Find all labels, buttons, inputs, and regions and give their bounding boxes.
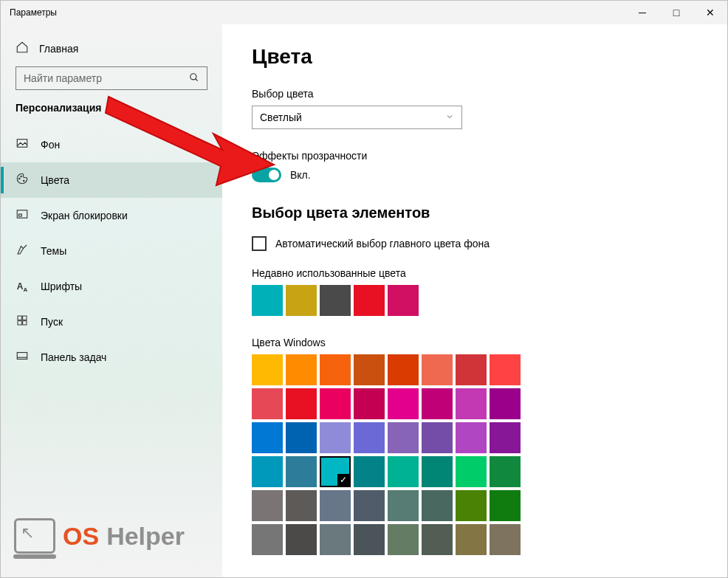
color-swatch[interactable] xyxy=(388,456,419,487)
search-icon xyxy=(189,72,199,85)
recent-color-swatch[interactable] xyxy=(354,285,385,316)
sidebar-item-background[interactable]: Фон xyxy=(1,127,222,162)
app-title: Параметры xyxy=(10,7,57,18)
auto-color-row[interactable]: Автоматический выбор главного цвета фона xyxy=(252,236,698,251)
color-swatch[interactable] xyxy=(422,524,453,555)
color-swatch[interactable] xyxy=(490,524,521,555)
color-swatch[interactable] xyxy=(456,388,487,419)
watermark-helper: Helper xyxy=(106,522,185,551)
color-swatch[interactable] xyxy=(490,490,521,521)
color-swatch[interactable] xyxy=(354,456,385,487)
color-swatch[interactable] xyxy=(320,388,351,419)
cursor-icon: ↖ xyxy=(21,523,34,543)
color-swatch[interactable] xyxy=(320,354,351,385)
color-swatch[interactable] xyxy=(252,490,283,521)
color-mode-value: Светлый xyxy=(260,111,302,123)
color-swatch[interactable] xyxy=(354,388,385,419)
svg-rect-10 xyxy=(18,321,21,325)
recent-color-swatch[interactable] xyxy=(252,285,283,316)
svg-point-4 xyxy=(21,176,22,177)
color-swatch[interactable] xyxy=(354,490,385,521)
sidebar-item-label: Экран блокировки xyxy=(41,210,128,221)
color-swatch[interactable] xyxy=(490,456,521,487)
palette-icon xyxy=(16,172,29,188)
color-swatch[interactable] xyxy=(286,422,317,453)
home-icon xyxy=(16,41,29,56)
transparency-toggle[interactable] xyxy=(252,168,281,182)
sidebar-item-start[interactable]: Пуск xyxy=(1,304,222,340)
chevron-down-icon xyxy=(445,111,454,123)
color-swatch[interactable] xyxy=(388,490,419,521)
recent-colors-label: Недавно использованные цвета xyxy=(252,267,698,279)
close-button[interactable]: ✕ xyxy=(693,1,727,24)
sidebar-item-fonts[interactable]: AA Шрифты xyxy=(1,269,222,304)
image-icon xyxy=(16,137,29,153)
fonts-icon: AA xyxy=(16,279,29,293)
color-swatch[interactable] xyxy=(252,524,283,555)
color-swatch[interactable] xyxy=(354,524,385,555)
color-swatch[interactable] xyxy=(388,354,419,385)
color-swatch[interactable] xyxy=(354,422,385,453)
svg-rect-11 xyxy=(23,321,27,325)
svg-point-3 xyxy=(19,178,21,179)
sidebar-item-themes[interactable]: Темы xyxy=(1,233,222,269)
color-swatch[interactable] xyxy=(422,388,453,419)
color-swatch[interactable] xyxy=(286,456,317,487)
taskbar-icon xyxy=(16,349,29,365)
color-swatch[interactable] xyxy=(320,422,351,453)
color-swatch[interactable] xyxy=(422,490,453,521)
sidebar-item-lockscreen[interactable]: Экран блокировки xyxy=(1,198,222,233)
color-swatch[interactable] xyxy=(388,388,419,419)
color-swatch[interactable] xyxy=(320,456,351,487)
color-swatch[interactable] xyxy=(388,422,419,453)
color-swatch[interactable] xyxy=(286,354,317,385)
color-swatch[interactable] xyxy=(252,456,283,487)
color-swatch[interactable] xyxy=(320,490,351,521)
transparency-state: Вкл. xyxy=(290,169,311,181)
content-area: Цвета Выбор цвета Светлый Эффекты прозра… xyxy=(222,24,727,577)
color-swatch[interactable] xyxy=(252,422,283,453)
color-swatch[interactable] xyxy=(456,456,487,487)
color-swatch[interactable] xyxy=(490,388,521,419)
color-swatch[interactable] xyxy=(252,388,283,419)
color-swatch[interactable] xyxy=(252,354,283,385)
color-swatch[interactable] xyxy=(286,388,317,419)
home-link[interactable]: Главная xyxy=(16,35,207,66)
color-swatch[interactable] xyxy=(320,524,351,555)
maximize-button[interactable]: □ xyxy=(659,1,693,24)
color-swatch[interactable] xyxy=(422,456,453,487)
page-title: Цвета xyxy=(252,45,698,69)
sidebar-item-colors[interactable]: Цвета xyxy=(1,162,222,198)
color-swatch[interactable] xyxy=(456,490,487,521)
svg-point-5 xyxy=(24,180,25,182)
color-swatch[interactable] xyxy=(286,490,317,521)
search-box[interactable] xyxy=(16,66,207,90)
svg-point-0 xyxy=(190,73,196,79)
recent-color-swatch[interactable] xyxy=(320,285,351,316)
svg-line-1 xyxy=(196,78,198,80)
watermark-os: OS xyxy=(63,522,99,551)
sidebar: Главная Персонализация Фон Цвета Экран б… xyxy=(1,24,222,577)
color-swatch[interactable] xyxy=(422,354,453,385)
color-swatch[interactable] xyxy=(456,354,487,385)
color-swatch[interactable] xyxy=(388,524,419,555)
search-input[interactable] xyxy=(24,72,189,84)
color-mode-select[interactable]: Светлый xyxy=(252,106,462,129)
home-label: Главная xyxy=(39,43,78,55)
color-swatch[interactable] xyxy=(422,422,453,453)
color-swatch[interactable] xyxy=(354,354,385,385)
color-swatch[interactable] xyxy=(286,524,317,555)
color-swatch[interactable] xyxy=(456,524,487,555)
color-swatch[interactable] xyxy=(490,422,521,453)
auto-color-checkbox[interactable] xyxy=(252,236,267,251)
minimize-button[interactable]: ─ xyxy=(625,1,659,24)
transparency-label: Эффекты прозрачности xyxy=(252,150,698,162)
auto-color-label: Автоматический выбор главного цвета фона xyxy=(275,238,490,250)
watermark: ↖ OS Helper xyxy=(14,518,185,554)
sidebar-item-taskbar[interactable]: Панель задач xyxy=(1,340,222,375)
recent-color-swatch[interactable] xyxy=(388,285,419,316)
lockscreen-icon xyxy=(16,207,29,224)
color-swatch[interactable] xyxy=(456,422,487,453)
recent-color-swatch[interactable] xyxy=(286,285,317,316)
color-swatch[interactable] xyxy=(490,354,521,385)
